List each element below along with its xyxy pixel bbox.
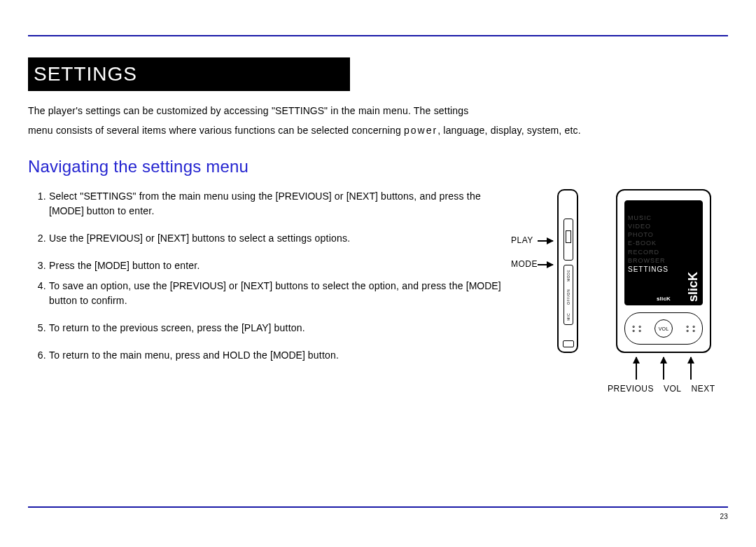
side-switch-labels: MODE OFF/ON MIC [564,265,573,325]
step-text: button to enter. [84,205,155,216]
arrow-icon [636,357,637,380]
step-text: " from the main menu using the [132,191,275,202]
arrow-icon [538,264,553,265]
callout-mode: MODE [511,259,538,269]
top-rule [28,35,728,36]
vol-button: VOL [654,319,673,338]
page-number: 23 [720,513,728,520]
menu-item-browser: BROWSER [628,256,685,265]
prev-button-icon: ∘ ∘∘ ∘ [631,324,642,333]
menu-list: MUSIC VIDEO PHOTO E-BOOK RECORD BROWSER … [625,201,685,305]
step-text: To save an option, use the [49,280,170,291]
menu-item-photo: PHOTO [628,230,685,239]
brand-small: slicK [625,296,702,302]
button-ref-mode: [MODE] [94,260,130,271]
step-4: To save an option, use the [PREVIOUS] or… [49,279,504,308]
step-text: Select " [49,191,83,202]
intro-keyword-power: power [404,125,438,136]
device-front-view: MUSIC VIDEO PHOTO E-BOOK RECORD BROWSER … [616,189,711,353]
step-5: To return to the previous screen, press … [49,321,504,335]
menu-item-ebook: E-BOOK [628,239,685,247]
step-text: or [143,233,158,244]
subheading: Navigating the settings menu [28,157,728,176]
arrow-icon [690,357,692,380]
step-text: To return to the previous screen, press … [49,322,241,333]
device-side-view: MODE OFF/ON MIC [557,189,578,353]
button-ref-next: [NEXT] [346,191,378,202]
button-ref-play: [PLAY] [241,322,272,333]
section-title: SETTINGS [28,57,350,91]
button-ref-next: [NEXT] [241,280,272,291]
mic-port [563,340,574,347]
step-6: To return to the main menu, press and HO… [49,348,504,363]
label-previous: PREVIOUS [608,384,654,394]
step-text: buttons, and press the [378,191,481,202]
step-text: buttons to select the option, and press … [272,280,466,291]
menu-item-settings: SETTINGS [628,265,685,275]
control-pad: ∘ ∘∘ ∘ VOL ∘ ∘∘ ∘ [624,312,703,345]
bottom-rule [28,506,728,508]
step-text: or [226,280,241,291]
device-screen: MUSIC VIDEO PHOTO E-BOOK RECORD BROWSER … [624,200,703,305]
button-ref-mode: [MODE] [466,280,501,291]
step-keyword: SETTINGS [83,191,132,202]
side-label-mode: MODE [566,270,570,282]
button-ref-next: [NEXT] [158,233,189,244]
intro-paragraph: The player's settings can be customized … [28,101,728,140]
intro-keyword-settings: SETTINGS [275,105,324,116]
intro-text: , language, display, system, etc. [438,125,581,136]
intro-text: menu consists of several items where var… [28,125,404,136]
step-3: Press the [MODE] button to enter. [49,258,504,273]
label-vol: VOL [664,384,682,394]
button-ref-previous: [PREVIOUS] [276,191,332,202]
button-ref-previous: [PREVIOUS] [170,280,226,291]
callout-play: PLAY [511,235,533,245]
side-label-offon: OFF/ON [566,289,570,305]
menu-item-music: MUSIC [628,214,685,222]
next-button-icon: ∘ ∘∘ ∘ [685,324,696,333]
intro-text: The player's settings can be customized … [28,105,275,116]
intro-text: " in the main menu. The settings [324,105,468,116]
step-text: Use the [49,233,87,244]
step-text: Press the [49,260,94,271]
step-text: button. [271,322,304,333]
step-1: Select "SETTINGS" from the main menu usi… [49,189,504,219]
step-text: To return to the main menu, press and HO… [49,349,270,361]
steps-list: Select "SETTINGS" from the main menu usi… [28,189,504,375]
menu-item-record: RECORD [628,248,685,256]
button-ref-mode: [MODE] [49,205,84,216]
step-text: button to enter. [130,260,200,271]
arrow-icon [538,240,553,242]
side-label-mic: MIC [566,313,570,321]
button-ref-mode: [MODE] [270,349,305,361]
device-diagram: PLAY MODE MODE OFF/ON MIC MUSIC VIDEO PH… [518,189,728,399]
menu-item-video: VIDEO [628,222,685,230]
play-slider [564,219,573,261]
step-text: button. [305,349,339,361]
button-ref-previous: [PREVIOUS] [87,233,143,244]
label-next: NEXT [692,384,715,394]
step-text: or [332,191,346,202]
step-2: Use the [PREVIOUS] or [NEXT] buttons to … [49,231,504,246]
arrow-icon [663,357,664,380]
step-text: button to confirm. [49,295,127,306]
bottom-button-labels: PREVIOUS VOL NEXT [608,384,715,394]
step-text: buttons to select a settings options. [189,233,350,244]
